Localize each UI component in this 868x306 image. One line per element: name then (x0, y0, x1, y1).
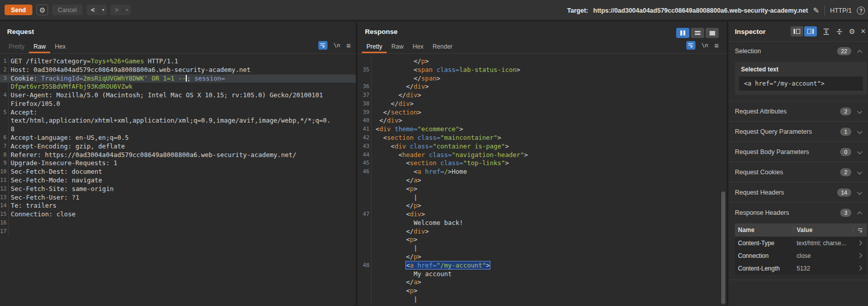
show-newlines-toggle[interactable]: \n (701, 42, 708, 49)
inspector-close-icon[interactable]: × (861, 27, 865, 35)
code-line[interactable]: </a> (358, 278, 727, 287)
selection-section-header[interactable]: Selection 22 (729, 42, 868, 61)
forward-dropdown-icon[interactable]: ▼ (123, 8, 131, 12)
code-line[interactable]: <p> (358, 287, 727, 295)
code-line[interactable]: 43 <div class="container is-page"> (358, 142, 727, 151)
show-newlines-toggle[interactable]: \n (334, 42, 340, 49)
inspector-section-request-attributes[interactable]: Request Attributes2 (729, 101, 868, 122)
http-version-label[interactable]: HTTP/1 (830, 7, 852, 14)
code-line[interactable]: 37 </div> (358, 91, 727, 100)
request-tab-raw[interactable]: Raw (29, 41, 50, 53)
code-line[interactable]: 6Accept-Language: en-US,en;q=0.5 (0, 134, 356, 142)
code-line[interactable]: 38 </div> (358, 100, 727, 108)
code-line[interactable]: text/html,application/xhtml+xml,applicat… (0, 117, 356, 125)
code-line[interactable]: 17 (0, 227, 356, 236)
response-tab-hex[interactable]: Hex (408, 41, 428, 53)
code-line[interactable]: 15Connection: close (0, 210, 356, 219)
edit-target-icon[interactable]: ✎ (813, 6, 819, 15)
layout-columns-button[interactable] (676, 28, 689, 38)
response-tab-render[interactable]: Render (428, 41, 457, 53)
editor-menu-icon[interactable]: ≡ (714, 41, 719, 50)
inspector-section-request-query-parameters[interactable]: Request Query Parameters1 (729, 122, 868, 142)
table-wrap-toggle[interactable] (853, 227, 867, 233)
code-line[interactable]: 44 <header class="navigation-header"> (358, 151, 727, 160)
code-line[interactable]: </span> (358, 74, 727, 83)
response-tab-pretty[interactable]: Pretty (362, 41, 387, 53)
code-line[interactable]: 39 </section> (358, 108, 727, 117)
back-dropdown-icon[interactable]: ▼ (100, 8, 107, 12)
code-line[interactable]: 41<div theme="ecommerce"> (358, 125, 727, 134)
chevron-right-icon[interactable] (857, 266, 862, 271)
word-wrap-toggle[interactable] (686, 41, 695, 50)
layout-single-button[interactable] (706, 28, 719, 38)
code-line[interactable]: 8Referer: https://0ad3004a04ad579cc08649… (0, 151, 356, 160)
chevron-right-icon[interactable] (857, 241, 862, 246)
code-line[interactable]: 46 <a href=/>Home (358, 168, 727, 176)
code-line[interactable]: My account (358, 270, 727, 279)
response-headers-section-header[interactable]: Response Headers 3 (729, 203, 868, 223)
dock-left-button[interactable] (791, 26, 803, 36)
response-scrollbar-thumb[interactable] (721, 192, 725, 304)
request-tab-pretty[interactable]: Pretty (4, 41, 29, 53)
response-header-row[interactable]: Content-Length5132 (735, 262, 867, 275)
send-button[interactable]: Send (5, 5, 32, 15)
code-line[interactable]: 9Upgrade-Insecure-Requests: 1 (0, 159, 356, 168)
code-line[interactable]: <p> (358, 236, 727, 244)
inspector-section-request-cookies[interactable]: Request Cookies2 (729, 162, 868, 182)
editor-menu-icon[interactable]: ≡ (346, 41, 351, 50)
code-line[interactable]: 16 (0, 219, 356, 227)
code-line[interactable]: 5Accept: (0, 108, 356, 117)
code-line[interactable]: 2Host: 0ad3004a04ad579cc08649a8008800a6.… (0, 66, 356, 74)
code-line[interactable]: 42 <section class="maincontainer"> (358, 134, 727, 142)
cancel-button[interactable]: Cancel (52, 5, 82, 15)
response-header-row[interactable]: Content-Typetext/html; charse... (735, 237, 867, 249)
code-line[interactable]: </div> (358, 227, 727, 236)
code-line[interactable]: 35 <span class=lab-status-icon> (358, 66, 727, 74)
help-icon[interactable]: ? (857, 7, 865, 15)
code-line[interactable]: 1GET /filter?category=Toys+%26+Games HTT… (0, 57, 356, 66)
code-line[interactable]: </p> (358, 57, 727, 66)
code-line[interactable]: 48 <a href="/my-account"> (358, 261, 727, 270)
response-editor[interactable]: </p>35 <span class=lab-status-icon> </sp… (358, 54, 727, 306)
request-editor[interactable]: 1GET /filter?category=Toys+%26+Games HTT… (0, 54, 356, 306)
code-line[interactable]: 7Accept-Encoding: gzip, deflate (0, 142, 356, 151)
code-line[interactable]: </p> (358, 253, 727, 261)
code-line[interactable]: 3Cookie: TrackingId=2msRiqUVGWhY8DWK' OR… (0, 74, 356, 83)
inspector-section-request-headers[interactable]: Request Headers14 (729, 182, 868, 203)
history-forward-button[interactable]: > ▼ (110, 5, 131, 15)
history-back-button[interactable]: < ▼ (87, 5, 107, 15)
code-line[interactable]: Firefox/105.0 (0, 100, 356, 108)
code-line[interactable]: </p> (358, 202, 727, 210)
code-line[interactable]: 47 <div> (358, 210, 727, 219)
code-line[interactable]: 40 </div> (358, 117, 727, 125)
code-line[interactable]: 14Te: trailers (0, 202, 356, 210)
send-settings-button[interactable]: ⚙ (36, 5, 48, 15)
code-line[interactable]: 13Sec-Fetch-User: ?1 (0, 194, 356, 202)
inspector-section-request-body-parameters[interactable]: Request Body Parameters0 (729, 142, 868, 162)
word-wrap-toggle[interactable] (318, 41, 327, 50)
code-line[interactable]: | (358, 295, 727, 304)
code-line[interactable]: Welcome back! (358, 219, 727, 227)
chevron-right-icon[interactable] (857, 253, 862, 258)
code-line[interactable]: 36 </div> (358, 83, 727, 91)
response-tab-raw[interactable]: Raw (387, 41, 408, 53)
code-line[interactable]: 11Sec-Fetch-Mode: navigate (0, 176, 356, 185)
code-line[interactable]: Dfpwt6vr35SBdVMfAFbj93KdROU6VZwk (0, 83, 356, 91)
expand-all-icon[interactable] (822, 28, 830, 35)
response-header-row[interactable]: Connectionclose (735, 249, 867, 262)
code-line[interactable]: 8 (0, 125, 356, 134)
code-line[interactable]: 4User-Agent: Mozilla/5.0 (Macintosh; Int… (0, 91, 356, 100)
code-line[interactable]: 10Sec-Fetch-Dest: document (0, 168, 356, 176)
selected-text-value[interactable]: <a href="/my-account"> (739, 76, 863, 91)
request-tab-hex[interactable]: Hex (50, 41, 70, 53)
layout-rows-button[interactable] (691, 28, 704, 38)
code-line[interactable]: | (358, 194, 727, 202)
inspector-settings-icon[interactable]: ⚙ (849, 27, 855, 35)
code-line[interactable]: 45 <section class="top-links"> (358, 159, 727, 168)
code-line[interactable]: <p> (358, 185, 727, 194)
code-line[interactable]: </a> (358, 176, 727, 185)
code-line[interactable]: 12Sec-Fetch-Site: same-origin (0, 185, 356, 194)
dock-right-button[interactable] (804, 26, 817, 36)
collapse-all-icon[interactable] (836, 28, 843, 35)
code-line[interactable]: | (358, 244, 727, 253)
